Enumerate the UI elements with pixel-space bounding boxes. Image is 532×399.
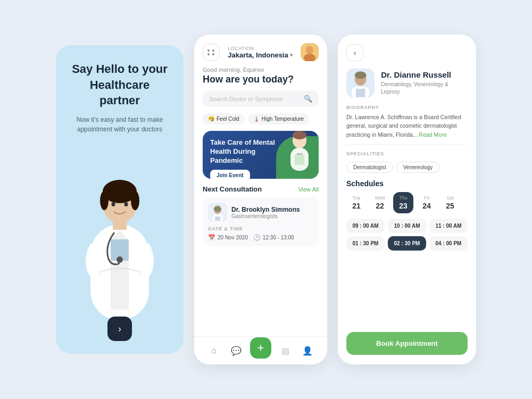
time-slot-0230[interactable]: 02 : 30 PM <box>388 236 426 251</box>
nav-calendar[interactable]: ▤ <box>277 342 294 359</box>
svg-point-6 <box>112 202 115 206</box>
bio-text: Dr. Lawrence A. Schiffman is a Board Cer… <box>346 113 468 139</box>
svg-point-24 <box>355 71 367 79</box>
banner-title: Take Care of Mental Health During Pandem… <box>210 138 279 165</box>
consult-details: 📅 20 Nov 2020 🕐 12:30 - 13:00 <box>208 234 313 241</box>
search-bar[interactable]: Search Doctor or Symptoms 🔍 <box>203 90 319 107</box>
doctor-detail-info: Dr. Dianne Russell Dermatology, Venereol… <box>381 70 468 96</box>
doctor-image <box>72 150 168 320</box>
doctor-detail-avatar <box>346 69 375 97</box>
card-hero: Say Hello to your Healthcare partner Now… <box>56 45 184 354</box>
view-all-link[interactable]: View All <box>298 186 319 193</box>
consult-doctor-name: Dr. Brooklyn Simmons <box>231 206 300 213</box>
doctor-detail-name: Dr. Dianne Russell <box>381 70 468 79</box>
svg-point-4 <box>100 191 109 210</box>
svg-point-14 <box>293 131 306 139</box>
doctor-illustration <box>74 161 165 320</box>
user-avatar[interactable] <box>301 43 319 61</box>
date-row: Tue 21 Wed 22 Thu 23 Fri 24 Sat 25 <box>346 192 468 213</box>
tag-feel-cold[interactable]: 🤧 Feel Cold <box>203 113 245 124</box>
location-container: LOCATION Jakarta, Indonesia ▾ <box>228 46 292 59</box>
svg-rect-26 <box>356 89 365 97</box>
doctor-profile: Dr. Dianne Russell Dermatology, Venereol… <box>346 69 468 97</box>
spec-tag-dermatologist[interactable]: Dermatologist <box>346 162 393 173</box>
next-consult-header: Next Consultation View All <box>194 185 327 193</box>
symptom-tags: 🤧 Feel Cold 🌡️ High Temperature <box>194 113 327 124</box>
time-slot-1100[interactable]: 11 : 00 AM <box>429 219 468 233</box>
time-slot-0130[interactable]: 01 : 30 PM <box>346 236 385 251</box>
consult-time: 🕐 12:30 - 13:00 <box>253 234 294 241</box>
search-icon: 🔍 <box>304 95 312 103</box>
consult-date: 📅 20 Nov 2020 <box>208 234 248 241</box>
svg-rect-16 <box>295 154 304 165</box>
book-appointment-button[interactable]: Book Appointment <box>346 332 468 355</box>
search-input-placeholder: Search Doctor or Symptoms <box>209 96 300 102</box>
card-home: LOCATION Jakarta, Indonesia ▾ Good morni… <box>194 35 327 364</box>
date-fri[interactable]: Fri 24 <box>417 192 437 213</box>
bio-label: BIOGRAPHY <box>346 105 468 110</box>
hero-title: Say Hello to your Healthcare partner <box>69 61 171 109</box>
svg-point-5 <box>131 191 139 210</box>
svg-point-19 <box>214 206 221 212</box>
nav-home[interactable]: ⌂ <box>205 342 222 359</box>
specialities-label: SPECIALITIES <box>346 151 468 156</box>
menu-button[interactable] <box>203 44 220 61</box>
date-sat[interactable]: Sat 25 <box>440 192 460 213</box>
avatar-image <box>301 43 319 61</box>
nav-chat[interactable]: 💬 <box>228 342 245 359</box>
location-label: LOCATION <box>228 46 292 51</box>
event-banner: Take Care of Mental Health During Pandem… <box>203 131 319 179</box>
time-slot-1000[interactable]: 10 : 00 AM <box>388 219 426 233</box>
schedules-title: Schedules <box>346 179 468 188</box>
main-greeting: How are you today? <box>194 74 327 85</box>
menu-dots-icon <box>207 49 215 55</box>
time-slot-0900[interactable]: 09 : 00 AM <box>346 219 385 233</box>
read-more-link[interactable]: Read More <box>419 131 447 138</box>
next-button[interactable]: › <box>107 317 132 341</box>
date-tue[interactable]: Tue 21 <box>346 192 367 213</box>
hero-subtitle: Now it's easy and fast to make appointme… <box>69 115 171 134</box>
consult-top: Dr. Brooklyn Simmons Gastroenterologists <box>208 203 313 222</box>
time-slot-0400[interactable]: 04 : 00 PM <box>429 236 468 251</box>
date-time-label: DATE & TIME <box>208 226 313 231</box>
card-doctor-detail: ‹ Dr. Dianne Russell Dermatology, Venere… <box>338 35 476 364</box>
svg-point-11 <box>306 46 313 54</box>
doctor-avatar-svg <box>346 69 375 97</box>
svg-point-9 <box>117 256 123 263</box>
consult-doctor-avatar <box>208 203 227 222</box>
greeting-text: Good morning, Equinox <box>194 66 327 73</box>
next-consult-title: Next Consultation <box>203 185 262 193</box>
location-value[interactable]: Jakarta, Indonesia ▾ <box>228 51 292 59</box>
bottom-navigation: ⌂ 💬 + ▤ 👤 <box>194 336 327 364</box>
clock-icon: 🕐 <box>253 234 261 241</box>
tag-high-temp[interactable]: 🌡️ High Temperature <box>248 113 309 124</box>
consult-doctor-spec: Gastroenterologists <box>231 213 300 219</box>
doctor-avatar <box>208 203 227 222</box>
svg-rect-21 <box>215 217 220 221</box>
main-container: Say Hello to your Healthcare partner Now… <box>40 19 492 380</box>
date-thu[interactable]: Thu 23 <box>393 192 413 213</box>
date-wed[interactable]: Wed 22 <box>370 192 390 213</box>
join-event-button[interactable]: Join Event <box>210 170 250 179</box>
banner-doctor-svg <box>285 131 314 171</box>
time-grid: 09 : 00 AM 10 : 00 AM 11 : 00 AM 01 : 30… <box>346 219 468 251</box>
specialities-row: Dermatologist Venereology <box>346 162 468 173</box>
banner-doctor-icon <box>285 131 314 174</box>
home-header: LOCATION Jakarta, Indonesia ▾ <box>194 35 327 66</box>
doctor-detail-specialty: Dermatology, Venereology & Leprosy <box>381 81 468 96</box>
spec-tag-venereology[interactable]: Venereology <box>396 162 440 173</box>
consult-info: Dr. Brooklyn Simmons Gastroenterologists <box>231 206 300 219</box>
divider1 <box>346 144 468 145</box>
location-dropdown-icon: ▾ <box>290 52 293 58</box>
calendar-icon: 📅 <box>208 234 215 241</box>
consultation-card[interactable]: Dr. Brooklyn Simmons Gastroenterologists… <box>203 197 319 246</box>
back-button[interactable]: ‹ <box>346 44 363 61</box>
nav-add-button[interactable]: + <box>250 337 271 359</box>
nav-profile[interactable]: 👤 <box>299 342 316 359</box>
svg-point-7 <box>124 202 128 206</box>
